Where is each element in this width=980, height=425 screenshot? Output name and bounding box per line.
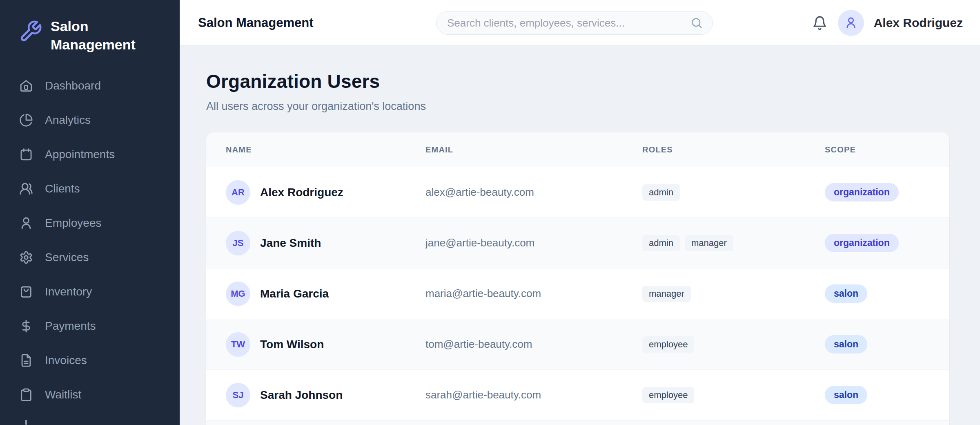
shopping-bag-icon [19,285,33,299]
column-header-roles: ROLES [642,145,825,154]
table-header-row: NAME EMAIL ROLES SCOPE [206,132,949,167]
sidebar-item-label: Dashboard [45,79,101,92]
user-full-name: Sarah Johnson [260,389,343,402]
user-name-cell: TW Tom Wilson [226,332,425,357]
table-row: AR Alex Rodriguez alex@artie-beauty.com … [206,167,949,217]
roles-cell: manager [642,286,825,302]
sidebar-item-employees[interactable]: Employees [0,206,180,240]
user-name-cell: SJ Sarah Johnson [226,383,425,407]
wrench-icon [19,20,42,43]
user-email: maria@artie-beauty.com [425,287,642,300]
avatar: JS [226,231,250,255]
table-row: TW Tom Wilson tom@artie-beauty.com emplo… [206,319,949,369]
role-badge: employee [642,387,694,403]
column-header-scope: SCOPE [825,145,930,154]
scope-badge: organization [825,183,899,201]
roles-cell: employee [642,336,825,353]
main-content: Organization Users All users across your… [180,46,980,425]
sidebar-item-label: Payments [45,320,96,333]
scope-badge: salon [825,335,867,353]
scope-badge: organization [825,234,899,252]
sidebar-nav: Dashboard Analytics Appointments Clients [0,69,180,412]
header-title: Salon Management [198,16,314,30]
partial-nav-icon [25,420,27,425]
scope-cell: salon [825,284,930,303]
table-row: MG Maria Garcia maria@artie-beauty.com m… [206,268,949,319]
roles-cell: employee [642,387,825,403]
user-full-name: Alex Rodriguez [260,186,343,199]
users-table-card: NAME EMAIL ROLES SCOPE AR Alex Rodriguez… [206,132,949,425]
user-full-name: Tom Wilson [260,338,324,351]
user-icon [19,216,33,230]
sidebar-item-label: Inventory [45,285,92,298]
sidebar-item-label: Clients [45,182,80,195]
role-badge: manager [642,286,691,302]
sidebar-item-label: Appointments [45,148,115,161]
user-name: Alex Rodriguez [874,16,963,30]
user-icon [844,16,858,30]
role-badge: manager [685,235,733,251]
scope-cell: organization [825,234,930,252]
roles-cell: admin manager [642,235,825,251]
user-email: sarah@artie-beauty.com [425,389,642,401]
search-icon [690,17,703,29]
gear-icon [19,251,33,264]
table-row-partial [206,420,949,425]
file-text-icon [19,353,33,367]
user-full-name: Maria Garcia [260,287,329,300]
role-badge: admin [642,184,680,201]
role-badge: employee [642,336,694,353]
avatar: AR [226,180,250,205]
scope-badge: salon [825,284,867,303]
bell-icon [812,16,827,31]
user-full-name: Jane Smith [260,237,321,250]
sidebar-item-services[interactable]: Services [0,240,180,275]
column-header-name: NAME [226,145,425,154]
notifications-button[interactable] [812,16,827,31]
sidebar-item-label: Services [45,251,89,264]
user-name-cell: MG Maria Garcia [226,282,425,306]
table-row: JS Jane Smith jane@artie-beauty.com admi… [206,217,949,268]
scope-cell: salon [825,335,930,353]
users-icon [19,182,33,196]
user-email: tom@artie-beauty.com [425,338,642,351]
sidebar-item-clients[interactable]: Clients [0,172,180,206]
sidebar-item-label: Employees [45,217,102,230]
user-menu[interactable]: Alex Rodriguez [838,10,963,36]
role-badge: admin [642,235,680,251]
brand-name: Salon Management [51,17,151,54]
user-email: jane@artie-beauty.com [425,237,642,249]
app-screen: Salon Management Dashboard Analytics App… [0,0,980,425]
scope-cell: organization [825,183,930,201]
sidebar-item-invoices[interactable]: Invoices [0,343,180,378]
sidebar: Salon Management Dashboard Analytics App… [0,0,180,425]
header-actions: Alex Rodriguez [812,0,963,46]
avatar: TW [226,332,250,357]
page-title: Organization Users [206,70,980,92]
sidebar-item-label: Analytics [45,114,91,127]
user-name-cell: JS Jane Smith [226,231,425,255]
top-header: Salon Management Alex Rodriguez [180,0,980,46]
sidebar-item-analytics[interactable]: Analytics [0,103,180,137]
sidebar-item-payments[interactable]: Payments [0,309,180,343]
clipboard-icon [19,388,33,402]
pie-chart-icon [19,113,33,127]
sidebar-item-appointments[interactable]: Appointments [0,137,180,172]
avatar: MG [226,282,250,306]
scope-badge: salon [825,386,867,404]
calendar-icon [19,148,33,161]
roles-cell: admin [642,184,825,201]
sidebar-item-label: Waitlist [45,388,81,401]
sidebar-item-dashboard[interactable]: Dashboard [0,69,180,103]
user-email: alex@artie-beauty.com [425,186,642,199]
avatar [838,10,864,36]
sidebar-item-inventory[interactable]: Inventory [0,275,180,309]
scope-cell: salon [825,386,930,404]
user-name-cell: AR Alex Rodriguez [226,180,425,205]
sidebar-item-waitlist[interactable]: Waitlist [0,378,180,412]
page-subtitle: All users across your organization's loc… [206,100,980,113]
dollar-icon [19,319,33,333]
search-input[interactable] [447,17,690,29]
sidebar-item-label: Invoices [45,354,87,367]
global-search [436,11,713,35]
